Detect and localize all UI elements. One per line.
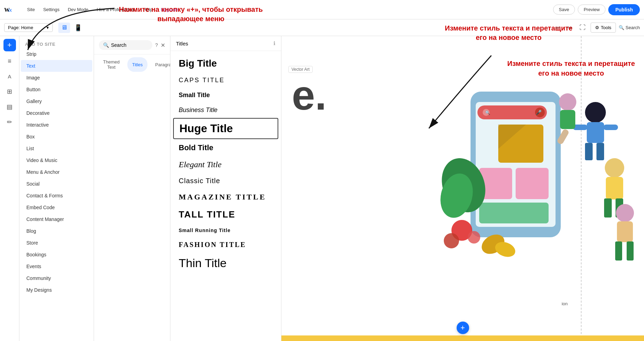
redo-button[interactable]: ↪ <box>565 22 575 34</box>
apps-icon-btn[interactable]: ⊞ <box>3 85 17 99</box>
device-icons: 🖥 📱 <box>58 23 85 33</box>
tab-titles[interactable]: Titles <box>127 57 148 72</box>
title-item-magazine[interactable]: MAGAZINE TITLE <box>173 189 278 205</box>
secondbar-actions: ↩ ↪ ⛶ ⚙ Tools 🔍 Search <box>553 22 640 34</box>
panel-item-bookings[interactable]: Bookings <box>21 249 92 261</box>
design-icon-btn[interactable]: ✏ <box>3 115 17 129</box>
title-business-text: Business Title <box>179 106 218 113</box>
search-button[interactable]: 🔍 Search <box>619 25 640 30</box>
search-box[interactable]: 🔍 Search <box>99 40 152 50</box>
title-item-caps[interactable]: CAPS TITLE <box>173 73 278 87</box>
panel-item-video-music[interactable]: Video & Music <box>21 154 92 166</box>
canvas-illustration: 🎤 🔍 <box>429 64 644 272</box>
tools-icon: ⚙ <box>595 25 599 30</box>
svg-rect-28 <box>606 177 623 199</box>
secondbar: Page: Home ▾ 🖥 📱 ↩ ↪ ⛶ ⚙ Tools 🔍 Search <box>0 19 644 36</box>
chevron-down-icon: ▾ <box>46 25 49 30</box>
publish-button[interactable]: Publish <box>608 4 640 15</box>
preview-button[interactable]: Preview <box>578 5 605 15</box>
panel-item-blog[interactable]: Blog <box>21 225 92 237</box>
topbar: W ix Site Settings Dev Mode Hire a Profe… <box>0 0 644 19</box>
panel-item-content-manager[interactable]: Content Manager <box>21 213 92 225</box>
titles-header-label: Titles <box>176 41 188 46</box>
title-item-bold[interactable]: Bold Title <box>173 140 278 156</box>
svg-text:ix: ix <box>8 7 12 13</box>
save-button[interactable]: Save <box>553 5 575 15</box>
panel-item-embed-code[interactable]: Embed Code <box>21 202 92 213</box>
search-label: Search <box>111 42 126 48</box>
panel-item-events[interactable]: Events <box>21 261 92 272</box>
panel-item-text[interactable]: Text <box>21 60 92 72</box>
svg-point-21 <box>585 102 606 123</box>
svg-point-18 <box>468 231 480 244</box>
svg-rect-26 <box>603 125 618 130</box>
search-icon: 🔍 <box>619 25 624 30</box>
panel-item-decorative[interactable]: Decorative <box>21 107 92 119</box>
theme-icon: A <box>8 74 11 79</box>
panel-item-image[interactable]: Image <box>21 72 92 84</box>
title-fashion-text: FASHION TITLE <box>179 241 246 248</box>
mobile-device-btn[interactable]: 📱 <box>71 23 85 33</box>
add-panel-title: Add to Site <box>19 39 94 48</box>
panel-item-contact-forms[interactable]: Contact & Forms <box>21 190 92 202</box>
titles-panel: Titles ℹ Big Title CAPS TITLE Small Titl… <box>170 36 281 341</box>
tab-themed-text[interactable]: Themed Text <box>98 57 125 72</box>
canvas-content: Vector Art e. 🎤 🔍 <box>281 36 644 341</box>
topbar-nav: Site Settings Dev Mode Hire a Profession… <box>24 5 550 14</box>
panel-item-my-designs[interactable]: My Designs <box>21 284 92 296</box>
nav-help[interactable]: Help <box>139 5 156 14</box>
theme-icon-btn[interactable]: A <box>3 69 17 83</box>
canvas-area: Vector Art e. 🎤 🔍 <box>281 36 644 341</box>
panel-item-strip[interactable]: Strip <box>21 48 92 60</box>
nav-devmode[interactable]: Dev Mode <box>64 5 92 14</box>
close-button[interactable]: ✕ <box>161 42 165 49</box>
media-icon-btn[interactable]: ▤ <box>3 100 17 114</box>
titles-header: Titles ℹ <box>170 36 281 51</box>
svg-rect-36 <box>560 110 575 129</box>
panel-item-gallery[interactable]: Gallery <box>21 95 92 107</box>
info-icon[interactable]: ℹ <box>273 40 276 46</box>
title-item-huge[interactable]: Huge Title <box>173 118 278 139</box>
text-panel: 🔍 Search ? ✕ Themed Text Titles Paragrap… <box>94 36 170 341</box>
canvas-add-button[interactable]: + <box>457 322 469 334</box>
svg-rect-22 <box>587 122 604 143</box>
title-item-small-running[interactable]: Small Running Title <box>173 224 278 237</box>
title-item-tall[interactable]: TALL TITLE <box>173 206 278 223</box>
page-name: Home <box>21 25 33 30</box>
tools-label: Tools <box>601 25 611 30</box>
panel-item-store[interactable]: Store <box>21 237 92 249</box>
panel-item-button[interactable]: Button <box>21 84 92 95</box>
title-item-big[interactable]: Big Title <box>173 54 278 73</box>
title-item-classic[interactable]: Classic Title <box>173 173 278 188</box>
add-element-button[interactable]: + <box>3 39 16 51</box>
title-item-fashion[interactable]: FASHION TITLE <box>173 237 278 252</box>
panel-item-community[interactable]: Community <box>21 272 92 284</box>
panel-item-social[interactable]: Social <box>21 178 92 190</box>
nav-hire[interactable]: Hire a Professional <box>93 5 138 14</box>
design-icon: ✏ <box>7 118 12 126</box>
nav-settings[interactable]: Settings <box>40 5 63 14</box>
desktop-device-btn[interactable]: 🖥 <box>58 23 70 33</box>
title-item-thin[interactable]: Thin Title <box>173 253 278 273</box>
title-magazine-text: MAGAZINE TITLE <box>179 193 266 201</box>
panel-item-menu-anchor[interactable]: Menu & Anchor <box>21 166 92 178</box>
title-item-elegant[interactable]: Elegant Title <box>173 156 278 173</box>
svg-rect-32 <box>617 221 633 242</box>
pages-icon-btn[interactable]: ≡ <box>3 54 17 68</box>
panel-item-list[interactable]: List <box>21 143 92 154</box>
help-button[interactable]: ? <box>155 42 158 48</box>
svg-point-27 <box>605 158 624 178</box>
undo-button[interactable]: ↩ <box>553 22 562 34</box>
fullscreen-button[interactable]: ⛶ <box>577 22 588 33</box>
text-panel-tabs: Themed Text Titles Paragraphs <box>94 54 170 75</box>
title-bold-text: Bold Title <box>179 143 213 152</box>
pages-icon: ≡ <box>8 58 11 65</box>
nav-upgrade[interactable]: Upgrade <box>157 5 181 14</box>
nav-site[interactable]: Site <box>24 5 38 14</box>
title-item-small[interactable]: Small Title <box>173 88 278 102</box>
page-selector[interactable]: Page: Home ▾ <box>4 23 53 32</box>
title-item-business[interactable]: Business Title <box>173 103 278 117</box>
panel-item-interactive[interactable]: Interactive <box>21 119 92 131</box>
panel-item-box[interactable]: Box <box>21 131 92 143</box>
tools-button[interactable]: ⚙ Tools <box>591 23 616 33</box>
